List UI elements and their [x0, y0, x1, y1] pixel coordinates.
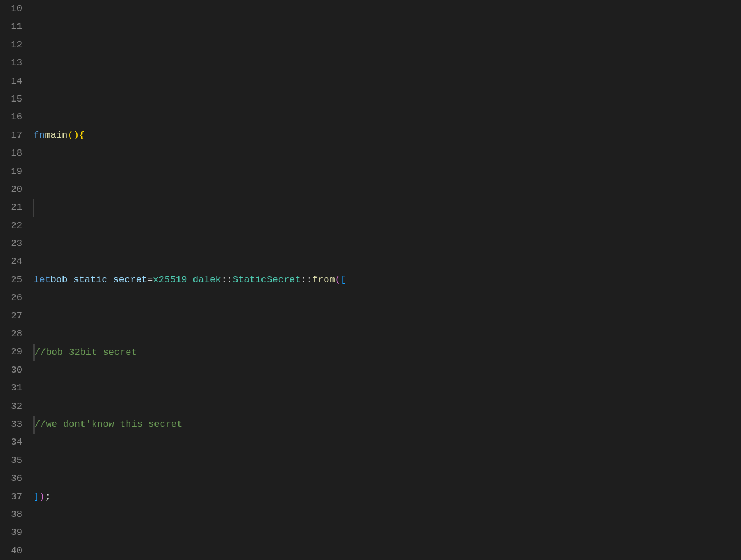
paren-close: ) [39, 488, 45, 506]
code-line[interactable]: //bob 32bit secret [33, 344, 741, 361]
semicolon: ; [45, 488, 50, 506]
op-eq: = [147, 271, 153, 289]
code-line[interactable] [33, 199, 741, 216]
identifier: bob_static_secret [51, 271, 147, 289]
line-number: 27 [0, 307, 22, 325]
bracket-close: ] [33, 488, 39, 506]
code-line[interactable]: //we dont'know this secret [33, 416, 741, 433]
line-number: 40 [0, 542, 22, 560]
line-number: 17 [0, 127, 22, 144]
keyword-fn: fn [33, 127, 45, 144]
line-number: 14 [0, 73, 22, 90]
namespace: x25519_dalek [153, 271, 221, 289]
line-number: 28 [0, 325, 22, 343]
paren: ) [73, 127, 79, 144]
brace-open: { [79, 127, 85, 144]
line-number: 22 [0, 217, 22, 235]
line-number: 12 [0, 36, 22, 54]
line-number: 11 [0, 18, 22, 36]
line-number: 13 [0, 54, 22, 72]
type: StaticSecret [233, 271, 301, 289]
line-number: 24 [0, 253, 22, 271]
line-number: 29 [0, 343, 22, 361]
line-number: 16 [0, 108, 22, 126]
line-number: 30 [0, 361, 22, 379]
line-number: 23 [0, 235, 22, 253]
line-number: 18 [0, 144, 22, 162]
bracket-open: [ [341, 271, 346, 289]
code-line[interactable]: let bob_static_secret = x25519_dalek::St… [33, 271, 741, 289]
code-line[interactable] [33, 54, 741, 72]
code-line[interactable]: fn main() { [33, 127, 741, 144]
line-number: 21 [0, 199, 22, 216]
line-number: 19 [0, 163, 22, 181]
line-number: 31 [0, 379, 22, 397]
line-number: 34 [0, 433, 22, 451]
line-number: 10 [0, 0, 22, 18]
line-number: 26 [0, 289, 22, 307]
line-number: 36 [0, 470, 22, 487]
path-sep: :: [221, 271, 233, 289]
fn-call: from [312, 271, 335, 289]
comment: //we dont'know this secret [35, 416, 182, 433]
line-number: 33 [0, 416, 22, 433]
code-line[interactable]: ]); [33, 488, 741, 506]
paren-open: ( [335, 271, 341, 289]
comment: //bob 32bit secret [35, 344, 137, 361]
fn-name: main [45, 127, 67, 144]
line-number: 20 [0, 181, 22, 199]
line-number: 38 [0, 506, 22, 524]
line-number: 25 [0, 271, 22, 289]
line-number: 32 [0, 398, 22, 416]
line-number: 15 [0, 90, 22, 108]
paren: ( [67, 127, 73, 144]
line-number-gutter: 1011121314151617181920212223242526272829… [0, 0, 33, 560]
keyword-let: let [33, 271, 51, 289]
line-number: 35 [0, 452, 22, 470]
line-number: 39 [0, 524, 22, 542]
code-area[interactable]: fn main() { let bob_static_secret = x255… [33, 0, 741, 560]
code-editor: 1011121314151617181920212223242526272829… [0, 0, 741, 560]
path-sep: :: [301, 271, 312, 289]
line-number: 37 [0, 488, 22, 506]
